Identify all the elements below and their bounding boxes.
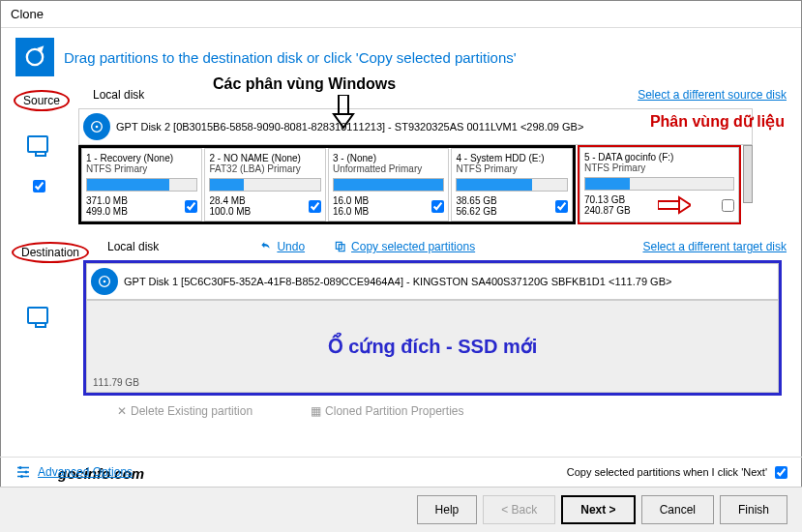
partition-total: 56.62 GB [456, 206, 496, 217]
destination-label: Destination [12, 242, 89, 263]
partition-used: 70.13 GB [584, 194, 631, 205]
partition-usage-bar [584, 177, 734, 191]
destination-disk-area: GPT Disk 1 [5C6C30F5-352A-41F8-B852-089C… [83, 260, 782, 396]
copy-icon [334, 240, 347, 253]
svg-rect-1 [339, 95, 348, 114]
select-target-disk-link[interactable]: Select a different target disk [642, 240, 787, 253]
partition-type: NTFS Primary [584, 163, 734, 173]
partition-name: 2 - NO NAME (None) [209, 153, 320, 163]
annotation-windows: Các phân vùng Windows [213, 75, 396, 93]
partition-usage-bar [333, 178, 444, 192]
next-button[interactable]: Next > [561, 495, 635, 524]
data-partition-group: 5 - DATA gocinfo (F:) NTFS Primary 70.13… [578, 145, 741, 224]
partition-name: 1 - Recovery (None) [86, 153, 197, 163]
undo-link[interactable]: Undo [259, 240, 305, 253]
monitor-icon [27, 307, 48, 324]
dest-local-disk-label: Local disk [107, 240, 159, 253]
partition-total: 240.87 GB [584, 205, 631, 216]
partition-type: NTFS Primary [456, 163, 567, 174]
partition-used: 38.65 GB [456, 195, 496, 206]
partition-usage-bar [86, 178, 197, 192]
dest-disk-header[interactable]: GPT Disk 1 [5C6C30F5-352A-41F8-B852-089C… [86, 263, 779, 300]
partition-checkbox[interactable] [185, 200, 197, 213]
partition-3[interactable]: 4 - System HDD (E:) NTFS Primary 38.65 G… [451, 148, 572, 222]
undo-icon [259, 240, 273, 253]
dest-empty-space[interactable]: Ổ cứng đích - SSD mới 111.79 GB [86, 300, 779, 393]
header-instruction: Drag partitions to the destination disk … [64, 49, 517, 66]
help-button[interactable]: Help [417, 495, 478, 524]
partition-1[interactable]: 2 - NO NAME (None) FAT32 (LBA) Primary 2… [204, 148, 325, 222]
finish-button[interactable]: Finish [720, 495, 787, 524]
partition-checkbox[interactable] [555, 200, 568, 213]
button-row: Help < Back Next > Cancel Finish [0, 487, 802, 532]
copy-selected-link[interactable]: Copy selected partitions [334, 240, 475, 253]
partition-checkbox[interactable] [722, 199, 734, 212]
cloned-props-action: ▦ Cloned Partition Properties [311, 404, 463, 418]
partition-usage-bar [209, 178, 320, 192]
hdd-icon [91, 268, 118, 295]
partition-total: 100.0 MB [209, 206, 251, 217]
down-arrow-icon [329, 95, 358, 130]
partition-used: 28.4 MB [209, 195, 251, 206]
source-disk-checkbox[interactable] [33, 180, 45, 192]
svg-point-0 [27, 49, 43, 65]
partition-4[interactable]: 5 - DATA gocinfo (F:) NTFS Primary 70.13… [579, 147, 739, 222]
svg-point-3 [96, 126, 99, 129]
dest-empty-size: 111.79 GB [93, 377, 139, 388]
svg-point-9 [19, 466, 22, 469]
partition-type: Unformatted Primary [333, 163, 444, 174]
partition-used: 16.0 MB [333, 195, 369, 206]
annotation-data: Phân vùng dữ liệu [650, 112, 785, 131]
cancel-button[interactable]: Cancel [641, 495, 714, 524]
partition-type: FAT32 (LBA) Primary [209, 163, 320, 174]
source-label: Source [14, 90, 70, 111]
partition-name: 3 - (None) [333, 153, 444, 163]
copy-on-next-checkbox[interactable]: Copy selected partitions when I click 'N… [567, 466, 787, 479]
annotation-dest-ssd: Ổ cứng đích - SSD mới [87, 335, 778, 358]
partition-checkbox[interactable] [431, 200, 444, 213]
partition-type: NTFS Primary [86, 163, 197, 174]
partition-total: 499.0 MB [86, 206, 128, 217]
partition-usage-bar [456, 178, 567, 192]
source-local-disk-label: Local disk [93, 88, 144, 102]
red-arrow-icon [658, 195, 691, 215]
partition-total: 16.0 MB [333, 206, 369, 217]
window-title: Clone [1, 1, 801, 28]
partition-used: 371.0 MB [86, 195, 128, 206]
svg-point-8 [104, 281, 106, 283]
monitor-icon [27, 135, 48, 153]
clone-icon [15, 38, 54, 76]
hdd-icon [83, 113, 110, 140]
partition-name: 5 - DATA gocinfo (F:) [584, 152, 734, 163]
svg-point-11 [20, 475, 23, 478]
select-source-disk-link[interactable]: Select a different source disk [638, 88, 787, 102]
svg-rect-4 [658, 201, 679, 209]
delete-partition-action: ✕ Delete Existing partition [117, 404, 252, 418]
back-button: < Back [483, 495, 555, 524]
partition-2[interactable]: 3 - (None) Unformatted Primary 16.0 MB16… [328, 148, 449, 222]
sliders-icon [15, 463, 32, 481]
scroll-handle[interactable] [743, 145, 753, 203]
partition-checkbox[interactable] [309, 200, 321, 213]
header: Drag partitions to the destination disk … [1, 28, 801, 86]
svg-point-10 [25, 471, 28, 474]
advanced-options-link[interactable]: Advanced Options [15, 463, 133, 481]
partition-name: 4 - System HDD (E:) [456, 153, 567, 163]
partition-0[interactable]: 1 - Recovery (None) NTFS Primary 371.0 M… [81, 148, 202, 222]
windows-partitions-group: 1 - Recovery (None) NTFS Primary 371.0 M… [78, 145, 576, 224]
dest-disk-name: GPT Disk 1 [5C6C30F5-352A-41F8-B852-089C… [124, 276, 671, 287]
